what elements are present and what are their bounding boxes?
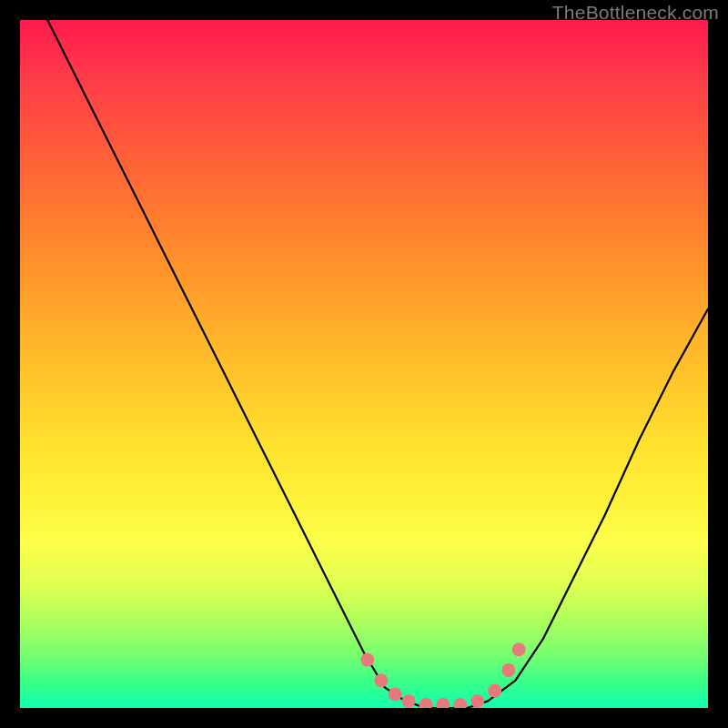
marker-dot — [360, 653, 374, 667]
marker-dot — [389, 687, 402, 701]
marker-dot — [501, 663, 515, 677]
marker-dot — [488, 684, 501, 698]
marker-dot — [374, 673, 388, 687]
curve-layer — [20, 20, 708, 708]
marker-dot — [420, 698, 433, 708]
highlight-markers — [360, 642, 525, 708]
outer-frame: TheBottleneck.com — [0, 0, 728, 728]
marker-dot — [512, 642, 526, 656]
marker-dot — [453, 698, 467, 708]
marker-dot — [402, 694, 416, 708]
bottleneck-curve — [20, 20, 708, 708]
marker-dot — [436, 698, 450, 708]
plot-area — [20, 20, 708, 708]
marker-dot — [470, 694, 484, 708]
